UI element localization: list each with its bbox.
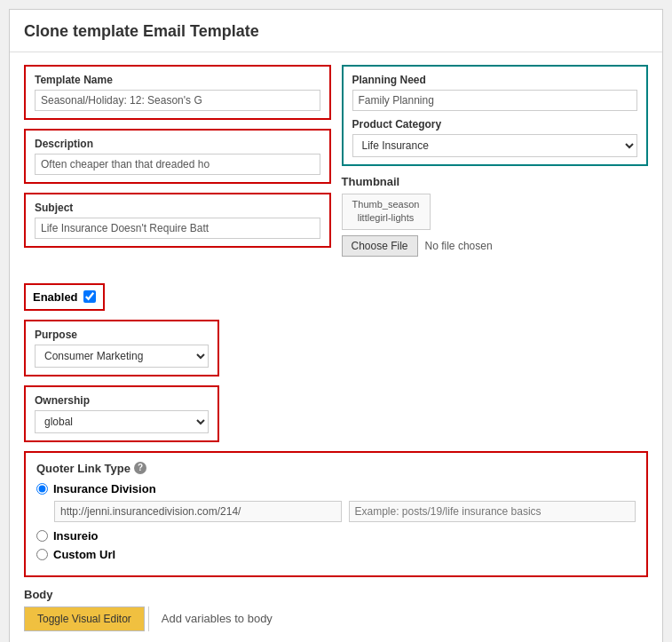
help-icon[interactable]: ? — [134, 462, 146, 474]
insurance-division-url-input[interactable] — [54, 501, 342, 522]
body-label: Body — [24, 588, 648, 601]
description-label: Description — [35, 138, 320, 150]
subject-label: Subject — [35, 202, 320, 214]
template-name-label: Template Name — [35, 74, 320, 86]
insureio-radio-row: Insureio — [36, 529, 636, 543]
custom-url-radio-row: Custom Url — [36, 548, 636, 561]
planning-need-input[interactable] — [352, 90, 638, 111]
enabled-box: Enabled — [24, 283, 105, 311]
product-category-label: Product Category — [352, 118, 638, 131]
insureio-radio[interactable] — [36, 530, 48, 542]
insureio-label: Insureio — [53, 529, 99, 543]
description-box: Description — [24, 129, 331, 184]
template-name-box: Template Name — [24, 65, 331, 120]
description-input[interactable] — [35, 154, 320, 175]
product-category-select[interactable]: Life Insurance Auto Insurance Health Ins… — [352, 134, 638, 157]
ownership-label: Ownership — [35, 394, 209, 407]
quoter-link-section: Quoter Link Type ? Insurance Division In… — [24, 451, 648, 577]
top-two-col: Template Name Description Subject Planni… — [24, 65, 648, 266]
quoter-link-label: Quoter Link Type — [36, 462, 130, 475]
quoter-link-header: Quoter Link Type ? — [36, 462, 636, 475]
add-variables-button[interactable]: Add variables to body — [153, 606, 281, 630]
purpose-select[interactable]: Consumer Marketing Agent Marketing Inter… — [35, 345, 209, 368]
url-row — [54, 501, 636, 522]
insurance-division-radio[interactable] — [36, 483, 48, 495]
page-container: Clone template Email Template Template N… — [9, 9, 663, 642]
planning-product-box: Planning Need Product Category Life Insu… — [342, 65, 649, 166]
no-file-text: No file chosen — [425, 240, 493, 252]
custom-url-radio[interactable] — [36, 549, 48, 560]
purpose-box: Purpose Consumer Marketing Agent Marketi… — [24, 320, 219, 376]
page-title: Clone template Email Template — [10, 10, 662, 52]
ownership-select[interactable]: global personal shared — [35, 410, 209, 433]
toggle-visual-editor-button[interactable]: Toggle Visual Editor — [24, 606, 145, 631]
thumbnail-label: Thumbnail — [342, 175, 649, 188]
thumbnail-line2: littlegirl-lights — [358, 212, 415, 223]
insurance-division-label: Insurance Division — [53, 482, 156, 495]
subject-input[interactable] — [35, 218, 320, 239]
thumbnail-line1: Thumb_season — [352, 199, 420, 210]
enabled-label: Enabled — [33, 290, 78, 304]
right-col: Planning Need Product Category Life Insu… — [342, 65, 649, 266]
planning-need-label: Planning Need — [352, 74, 638, 86]
toolbar-divider — [148, 606, 149, 631]
ownership-box: Ownership global personal shared — [24, 385, 219, 442]
template-name-input[interactable] — [35, 90, 320, 111]
subject-box: Subject — [24, 193, 331, 248]
left-col: Template Name Description Subject — [24, 65, 331, 266]
enabled-checkbox[interactable] — [83, 290, 96, 303]
choose-file-button[interactable]: Choose File — [342, 235, 418, 257]
insurance-division-radio-row: Insurance Division — [36, 482, 636, 495]
url-example-input[interactable] — [349, 501, 636, 522]
thumbnail-image: Thumb_season littlegirl-lights — [342, 194, 431, 230]
body-section: Body Toggle Visual Editor Add variables … — [24, 588, 648, 631]
purpose-label: Purpose — [35, 329, 209, 341]
custom-url-label: Custom Url — [53, 548, 115, 561]
thumbnail-section: Thumbnail Thumb_season littlegirl-lights… — [342, 175, 649, 257]
form-body: Template Name Description Subject Planni… — [10, 52, 662, 642]
body-toolbar: Toggle Visual Editor Add variables to bo… — [24, 606, 648, 631]
file-choose-row: Choose File No file chosen — [342, 235, 649, 257]
